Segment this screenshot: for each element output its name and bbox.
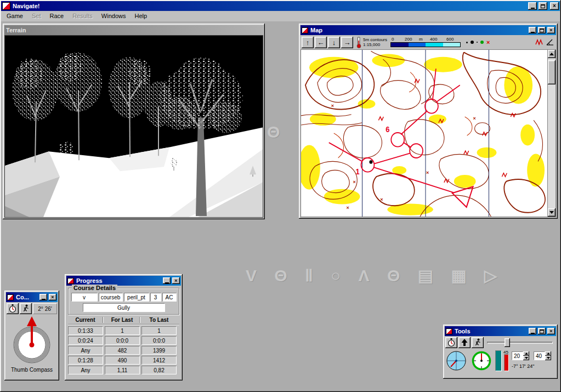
slider-thumb[interactable]: [505, 338, 510, 347]
compass-close-button[interactable]: ×: [49, 294, 56, 300]
minimize-icon: [531, 333, 535, 334]
course-field-courseb[interactable]: courseb: [99, 293, 123, 302]
tools-runner-button[interactable]: [472, 337, 484, 348]
green-dot-icon[interactable]: [480, 41, 484, 44]
course-details-label: Course Details: [72, 285, 117, 291]
map-titlebar[interactable]: Map ×: [301, 25, 556, 35]
cell-dist-for-last: 482: [105, 346, 140, 355]
red-x-icon[interactable]: ×: [486, 39, 490, 46]
menu-race[interactable]: Race: [45, 12, 68, 21]
maximize-icon: [540, 29, 544, 32]
slider-track: [487, 342, 553, 344]
map-canvas[interactable]: ×× ×× ××: [301, 50, 547, 217]
compass-rose-dial[interactable]: [471, 350, 492, 371]
close-button[interactable]: ×: [550, 2, 559, 10]
feature-field[interactable]: Gully: [83, 303, 165, 312]
large-dot-icon[interactable]: [471, 41, 474, 44]
course-field-map[interactable]: peril_pt: [124, 293, 149, 302]
small-dot-icon[interactable]: [466, 42, 468, 43]
map-toolbar: ↑ ← ↓ → 5m contours 1:15,000: [301, 35, 556, 49]
protractor-dial[interactable]: [446, 350, 467, 371]
tools-stopwatch-button[interactable]: [445, 337, 457, 348]
mdi-client: Θ Ⅱ V Θ Ⅱ ○ Λ Θ ▤ ▦ ▷ Terrain: [1, 21, 560, 391]
map-minimize-button[interactable]: [529, 27, 536, 33]
main-titlebar[interactable]: Navigate! ×: [1, 1, 560, 11]
progress-title: Progress: [76, 277, 161, 284]
tools-toolbar-row2: 45 20 40 -7° 17' 24": [445, 349, 556, 374]
map-vertical-scrollbar[interactable]: [547, 50, 556, 217]
menu-set: Set: [27, 12, 46, 21]
table-row: 0:0:24 0:0:0 0:0:0: [68, 336, 179, 345]
scroll-up-button[interactable]: [548, 50, 556, 58]
course-field-v[interactable]: v: [71, 293, 98, 302]
tools-minimize-button[interactable]: [529, 328, 536, 334]
zoom-slider[interactable]: [487, 338, 553, 348]
terrain-viewport[interactable]: [4, 35, 263, 218]
progress-minimize-button[interactable]: [163, 277, 171, 284]
elevation-scalebar: 0 200 m 400 600: [390, 37, 461, 48]
terrain-titlebar[interactable]: Terrain: [4, 25, 263, 35]
tools-close-button[interactable]: ×: [547, 328, 555, 334]
maximize-button[interactable]: [539, 2, 547, 10]
runner-button[interactable]: [20, 303, 32, 314]
tools-maximize-button[interactable]: [538, 328, 546, 334]
menu-help[interactable]: Help: [130, 12, 151, 21]
map-maximize-button[interactable]: [538, 27, 546, 33]
tiny-dot-icon[interactable]: [477, 42, 478, 43]
scroll-track[interactable]: [548, 58, 556, 208]
svg-text:×: ×: [347, 205, 350, 211]
pan-right-button[interactable]: →: [341, 37, 353, 48]
down-icon: [525, 357, 528, 359]
map-tool-icons: [535, 39, 555, 46]
cell-dist-to-last: 1399: [141, 346, 177, 355]
scroll-thumb[interactable]: [548, 60, 556, 84]
map-close-button[interactable]: ×: [547, 27, 555, 33]
compass-window: Co... ×: [4, 291, 59, 380]
spinner-1-value[interactable]: 20: [512, 351, 523, 360]
tools-titlebar[interactable]: Tools ×: [445, 326, 556, 336]
svg-text:×: ×: [331, 103, 335, 109]
table-row: 0:1:33 1 1: [68, 326, 179, 335]
map-content: ×× ×× ××: [301, 49, 556, 217]
menu-game[interactable]: Game: [2, 12, 27, 21]
close-icon: ×: [174, 279, 177, 283]
scroll-down-button[interactable]: [548, 208, 556, 217]
compass-titlebar[interactable]: Co... ×: [6, 292, 58, 302]
course-field-number[interactable]: 3: [150, 293, 161, 302]
minimize-button[interactable]: [528, 2, 537, 10]
cell-time-for-last: 1: [105, 326, 140, 335]
north-arrow-button[interactable]: [458, 337, 471, 348]
teal-level-bar: [495, 350, 502, 371]
spinner-2-up[interactable]: [545, 351, 551, 356]
tools-bearing-text: -7° 17' 24": [512, 363, 553, 369]
close-icon: ×: [549, 28, 552, 33]
angle-measure-icon[interactable]: [546, 39, 554, 46]
tick-600: 600: [446, 37, 454, 42]
cell-time-to-last: 1: [141, 326, 177, 335]
colorbar-seg-1: [391, 43, 409, 47]
header-current: Current: [68, 317, 103, 323]
down-icon: [547, 357, 550, 359]
compass-dial[interactable]: [11, 315, 53, 366]
scroll-up-icon: [549, 53, 554, 55]
spinner-1-down[interactable]: [523, 356, 529, 360]
pan-left-button[interactable]: ←: [315, 37, 327, 48]
compass-minimize-button[interactable]: [39, 294, 47, 300]
spinner-1-up[interactable]: [523, 351, 529, 356]
spinner-2-down[interactable]: [545, 356, 551, 360]
route-squiggle-icon[interactable]: [535, 39, 543, 46]
course-fields-row: v courseb peril_pt 3 AC: [70, 293, 177, 302]
progress-window-icon: [67, 278, 74, 284]
feature-row: Gully: [70, 303, 177, 312]
progress-close-button[interactable]: ×: [172, 277, 180, 284]
spinner-2-value[interactable]: 40: [534, 351, 545, 360]
course-field-code[interactable]: AC: [162, 293, 177, 302]
stopwatch-icon: [447, 338, 456, 348]
stopwatch-button[interactable]: [7, 303, 19, 314]
pan-up-button[interactable]: ↑: [302, 37, 314, 48]
svg-text:×: ×: [426, 170, 429, 175]
progress-window: Progress × Course Details v courseb peri…: [65, 274, 183, 380]
map-title: Map: [310, 27, 527, 33]
menu-windows[interactable]: Windows: [97, 12, 131, 21]
pan-down-button[interactable]: ↓: [328, 37, 340, 48]
